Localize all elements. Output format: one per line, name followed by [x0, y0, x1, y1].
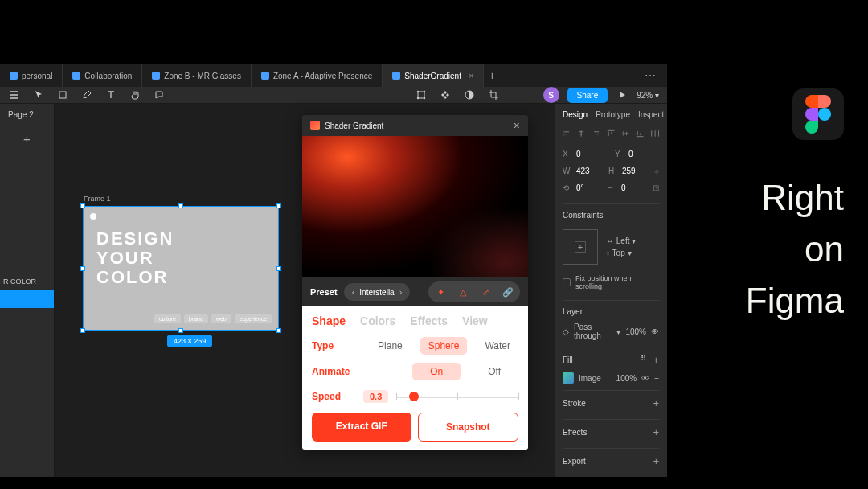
constraint-v-select[interactable]: ↕ Top ▾ [606, 249, 636, 257]
independent-corners-icon[interactable]: ⊡ [653, 183, 659, 192]
preset-selector[interactable]: ‹ Interstella › [344, 283, 411, 301]
text-tool-icon[interactable] [104, 88, 117, 101]
resize-handle[interactable] [80, 203, 85, 208]
styles-icon[interactable]: ⠿ [641, 354, 646, 366]
speed-label: Speed [312, 391, 363, 402]
x-field[interactable]: X0 [563, 150, 607, 158]
distribute-icon[interactable] [651, 129, 659, 138]
axis-icon[interactable]: ✦ [433, 285, 448, 299]
close-icon[interactable]: × [514, 119, 520, 132]
tab-inspect[interactable]: Inspect [638, 110, 664, 119]
add-stroke-button[interactable]: + [653, 397, 659, 409]
constraint-h-select[interactable]: ↔ Left ▾ [606, 236, 636, 245]
rotation-field[interactable]: ⟲0° [563, 183, 600, 192]
plugin-icon [310, 121, 320, 130]
tab-prototype[interactable]: Prototype [596, 110, 630, 119]
tab-view[interactable]: View [462, 314, 488, 327]
tab-collaboration[interactable]: Collaboration [63, 64, 142, 87]
pen-tool-icon[interactable] [80, 88, 93, 101]
tab-shape[interactable]: Shape [312, 314, 346, 327]
frame-tool-icon[interactable] [56, 88, 69, 101]
remove-fill-icon[interactable]: − [654, 374, 659, 383]
resize-handle[interactable] [80, 266, 85, 271]
radius-field[interactable]: ⌐0 [608, 183, 645, 192]
mask-icon[interactable] [463, 88, 476, 101]
tab-label: ShaderGradient [404, 72, 461, 80]
snapshot-button[interactable]: Snapshot [418, 413, 519, 442]
tab-colors[interactable]: Colors [360, 314, 395, 327]
crop-icon[interactable] [487, 88, 500, 101]
tab-zone-a[interactable]: Zone A - Adaptive Presence [252, 64, 383, 87]
fill-row[interactable]: Image 100% 👁 − [563, 372, 659, 384]
edit-object-icon[interactable] [415, 88, 428, 101]
fill-swatch[interactable] [563, 372, 574, 384]
tab-design[interactable]: Design [563, 110, 588, 119]
wireframe-icon[interactable]: △ [456, 285, 470, 299]
h-field[interactable]: H259 [608, 166, 646, 175]
speed-slider[interactable] [396, 388, 518, 405]
add-tab-button[interactable]: + [484, 69, 500, 82]
tab-label: personal [22, 72, 52, 80]
align-bottom-icon[interactable] [636, 129, 644, 138]
align-right-icon[interactable] [592, 129, 600, 138]
resize-handle[interactable] [80, 328, 85, 333]
link-icon[interactable]: 🔗 [501, 285, 515, 299]
resize-handle[interactable] [276, 328, 281, 333]
comment-tool-icon[interactable] [153, 88, 166, 101]
overflow-menu-icon[interactable]: ⋯ [645, 69, 657, 82]
page-label[interactable]: Page 2 [0, 104, 54, 125]
add-export-button[interactable]: + [653, 455, 659, 467]
blend-mode-row[interactable]: ◇Pass through▾ 100% 👁 [563, 323, 659, 340]
align-top-icon[interactable] [607, 129, 615, 138]
menu-icon[interactable] [8, 88, 21, 101]
extract-gif-button[interactable]: Extract GIF [312, 413, 411, 442]
align-left-icon[interactable] [563, 129, 571, 138]
resize-handle[interactable] [178, 328, 183, 333]
hand-tool-icon[interactable] [129, 88, 141, 101]
y-field[interactable]: Y0 [615, 150, 659, 158]
selected-frame[interactable]: Frame 1 DESIGN YOUR COLOR culture brand [83, 206, 279, 331]
link-dimensions-icon[interactable]: ⟐ [654, 166, 659, 175]
align-hcenter-icon[interactable] [577, 129, 585, 138]
w-field[interactable]: W423 [563, 166, 600, 175]
svg-rect-0 [59, 92, 66, 98]
type-plane[interactable]: Plane [370, 337, 411, 355]
align-vcenter-icon[interactable] [621, 129, 629, 138]
tab-zone-b[interactable]: Zone B - MR Glasses [142, 64, 252, 87]
animate-on[interactable]: On [412, 363, 461, 380]
chevron-left-icon[interactable]: ‹ [352, 287, 355, 297]
animate-row: Animate On Off [312, 363, 518, 380]
type-sphere[interactable]: Sphere [420, 337, 468, 355]
animate-off[interactable]: Off [470, 363, 518, 380]
add-fill-button[interactable]: + [653, 354, 659, 366]
component-icon[interactable] [439, 88, 452, 101]
eye-icon[interactable]: 👁 [651, 327, 659, 336]
tab-personal[interactable]: personal [0, 64, 63, 87]
layer-item[interactable]: R COLOR [0, 273, 54, 290]
resize-handle[interactable] [276, 266, 281, 271]
layer-item-selected[interactable] [0, 290, 54, 308]
toolbar-right: S Share 92% ▾ [543, 87, 659, 103]
fix-scroll-checkbox[interactable]: Fix position when scrolling [563, 274, 659, 290]
expand-icon[interactable]: ⤢ [478, 285, 493, 299]
add-effect-button[interactable]: + [653, 426, 659, 438]
resize-handle[interactable] [276, 203, 281, 208]
move-tool-icon[interactable] [32, 88, 45, 101]
avatar[interactable]: S [543, 87, 559, 103]
canvas[interactable]: Frame 1 DESIGN YOUR COLOR culture brand [55, 104, 555, 477]
tab-shadergradient[interactable]: ShaderGradient× [383, 64, 484, 87]
play-icon[interactable] [616, 88, 628, 101]
share-button[interactable]: Share [567, 88, 608, 103]
zoom-level[interactable]: 92% ▾ [637, 91, 659, 100]
frame-text: DESIGN YOUR COLOR [96, 229, 174, 288]
add-page-button[interactable]: + [0, 125, 54, 152]
constraint-widget[interactable]: + [563, 229, 598, 265]
plugin-header[interactable]: Shader Gradient × [302, 115, 528, 136]
resize-handle[interactable] [178, 203, 183, 208]
eye-icon[interactable]: 👁 [641, 374, 649, 383]
type-water[interactable]: Water [477, 337, 518, 355]
chevron-right-icon[interactable]: › [399, 287, 403, 297]
tab-effects[interactable]: Effects [410, 314, 448, 327]
slider-thumb[interactable] [409, 392, 419, 401]
close-icon[interactable]: × [469, 71, 473, 80]
